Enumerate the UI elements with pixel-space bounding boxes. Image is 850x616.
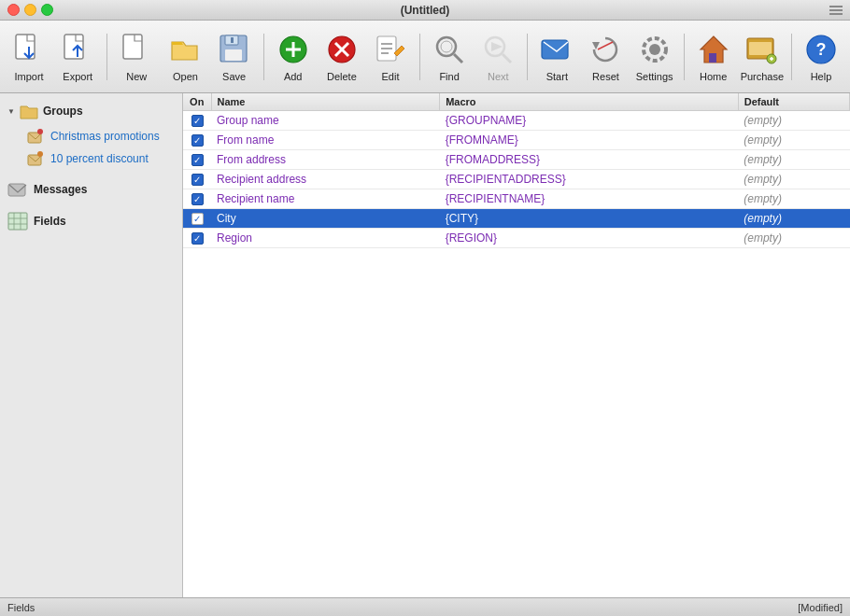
svg-point-29	[649, 44, 660, 55]
svg-point-20	[437, 37, 456, 56]
macro-cell-from-address: {FROMADDRESS}	[440, 150, 739, 170]
checkbox-cell[interactable]: ✓	[183, 189, 211, 209]
default-cell-from-address: (empty)	[738, 150, 849, 170]
name-cell-recipient-name: Recipient name	[211, 189, 440, 209]
sidebar-item-messages[interactable]: Messages	[0, 174, 182, 205]
table-row[interactable]: ✓Region{REGION}(empty)	[183, 229, 850, 248]
title-bar: (Untitled)	[0, 0, 850, 21]
table-row[interactable]: ✓Recipient name{RECIPIENTNAME}(empty)	[183, 189, 850, 209]
checkbox-cell[interactable]: ✓	[183, 111, 211, 131]
export-icon	[59, 31, 96, 68]
macro-cell-from-name: {FROMNAME}	[440, 131, 739, 150]
checkbox-recipient-address[interactable]: ✓	[191, 174, 204, 186]
checkbox-cell[interactable]: ✓	[183, 131, 211, 150]
name-cell-city: City	[211, 209, 440, 229]
close-button[interactable]	[7, 4, 20, 16]
edit-icon	[372, 31, 409, 68]
col-on: On	[183, 93, 211, 111]
svg-rect-34	[749, 42, 772, 55]
purchase-icon	[744, 31, 781, 68]
edit-button[interactable]: Edit	[367, 25, 414, 89]
svg-point-43	[37, 151, 43, 157]
settings-button[interactable]: Settings	[631, 25, 678, 89]
help-icon: ?	[802, 31, 840, 68]
checkbox-cell[interactable]: ✓	[183, 170, 211, 189]
svg-rect-7	[225, 49, 242, 61]
christmas-promotions-icon	[26, 128, 45, 145]
groups-section: ▼ Groups Christmas promotions	[0, 93, 182, 174]
groups-header[interactable]: ▼ Groups	[0, 97, 182, 125]
default-cell-from-name: (empty)	[738, 131, 849, 150]
table-row[interactable]: ✓From address{FROMADDRESS}(empty)	[183, 150, 850, 170]
sidebar-item-10-percent-discount[interactable]: 10 percent discount	[0, 147, 182, 170]
table-row[interactable]: ✓Recipient address{RECIPIENTADDRESS}(emp…	[183, 170, 850, 189]
svg-marker-25	[491, 42, 503, 51]
svg-line-24	[503, 54, 511, 63]
new-button[interactable]: New	[113, 25, 160, 89]
macro-cell-region: {REGION}	[440, 229, 739, 248]
maximize-button[interactable]	[41, 4, 53, 16]
default-cell-group-name: (empty)	[738, 111, 849, 131]
main-area: ▼ Groups Christmas promotions	[0, 93, 850, 597]
content-scroll-area[interactable]: On Name Macro Default ✓Group name{GROUPN…	[183, 93, 850, 597]
open-button[interactable]: Open	[162, 25, 208, 89]
status-bar: Fields [Modified]	[0, 597, 850, 616]
start-icon	[538, 31, 575, 68]
name-cell-from-address: From address	[211, 150, 440, 170]
window-controls	[7, 4, 53, 16]
checkbox-region[interactable]: ✓	[191, 232, 204, 245]
messages-label: Messages	[34, 183, 87, 196]
find-button[interactable]: Find	[426, 25, 473, 89]
sidebar-item-christmas-promotions[interactable]: Christmas promotions	[0, 125, 182, 147]
checkbox-from-address[interactable]: ✓	[191, 154, 204, 166]
10-percent-discount-icon	[26, 150, 45, 167]
reset-icon	[587, 31, 624, 68]
add-button[interactable]: Add	[270, 25, 317, 89]
checkbox-cell[interactable]: ✓	[183, 150, 211, 170]
save-icon	[216, 31, 253, 68]
groups-triangle: ▼	[7, 107, 15, 116]
table-row[interactable]: ✓City{CITY}(empty)	[183, 209, 850, 229]
open-icon	[166, 31, 204, 68]
help-button[interactable]: ? Help	[798, 25, 844, 89]
next-icon	[479, 31, 517, 68]
checkbox-recipient-name[interactable]: ✓	[191, 193, 204, 205]
svg-text:?: ?	[815, 40, 826, 59]
christmas-promotions-label: Christmas promotions	[50, 130, 160, 143]
checkbox-city[interactable]: ✓	[191, 213, 204, 225]
checkbox-from-name[interactable]: ✓	[191, 134, 204, 147]
checkbox-cell[interactable]: ✓	[183, 209, 211, 229]
checkbox-group-name[interactable]: ✓	[191, 115, 204, 127]
table-row[interactable]: ✓From name{FROMNAME}(empty)	[183, 131, 850, 150]
sidebar: ▼ Groups Christmas promotions	[0, 93, 183, 597]
minimize-button[interactable]	[24, 4, 36, 16]
start-button[interactable]: Start	[533, 25, 580, 89]
save-button[interactable]: Save	[211, 25, 258, 89]
name-cell-from-name: From name	[211, 131, 440, 150]
sidebar-item-fields[interactable]: Fields	[0, 205, 182, 237]
svg-point-22	[441, 41, 452, 52]
table-row[interactable]: ✓Group name{GROUPNAME}(empty)	[183, 111, 850, 131]
name-cell-group-name: Group name	[211, 111, 440, 131]
new-icon	[118, 31, 155, 68]
purchase-button[interactable]: Purchase	[739, 25, 786, 89]
checkbox-cell[interactable]: ✓	[183, 229, 211, 248]
delete-button[interactable]: Delete	[319, 25, 365, 89]
reset-button[interactable]: Reset	[582, 25, 629, 89]
name-cell-region: Region	[211, 229, 440, 248]
home-icon	[695, 31, 732, 68]
fields-icon	[7, 211, 28, 231]
next-button[interactable]: Next	[475, 25, 521, 89]
separator-2	[263, 34, 264, 80]
col-macro: Macro	[440, 93, 739, 111]
macro-cell-recipient-address: {RECIPIENTADDRESS}	[440, 170, 739, 189]
home-button[interactable]: Home	[690, 25, 737, 89]
svg-point-41	[37, 129, 43, 134]
export-button[interactable]: Export	[54, 25, 101, 89]
separator-3	[419, 34, 420, 80]
status-modified: [Modified]	[798, 602, 843, 613]
groups-label: Groups	[43, 105, 83, 118]
import-button[interactable]: Import	[6, 25, 52, 89]
settings-icon	[636, 31, 673, 68]
separator-6	[791, 34, 792, 80]
